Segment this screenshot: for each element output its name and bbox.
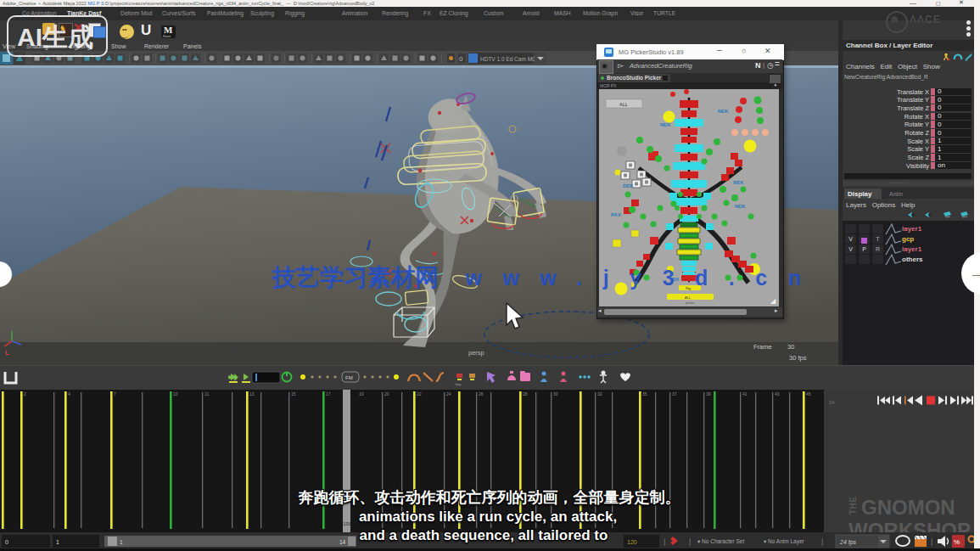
svg-text:FM: FM: [345, 375, 353, 380]
svg-text:7: 7: [114, 391, 116, 396]
svg-text:DEK: DEK: [623, 183, 634, 188]
svg-text:persp: persp: [468, 349, 484, 357]
svg-text:39: 39: [706, 391, 711, 396]
svg-text:24: 24: [446, 391, 451, 396]
svg-text:15: 15: [291, 391, 296, 396]
svg-text:17: 17: [326, 391, 331, 396]
svg-text:4: 4: [68, 391, 70, 396]
svg-text:0: 0: [459, 55, 463, 63]
svg-text:30: 30: [553, 391, 558, 396]
svg-text:19: 19: [359, 391, 364, 396]
svg-text:NEK: NEK: [718, 109, 729, 114]
svg-text:20: 20: [384, 391, 389, 396]
svg-text:37: 37: [672, 391, 677, 396]
svg-text:10: 10: [173, 391, 178, 396]
svg-text:30: 30: [787, 343, 794, 351]
svg-text:ALL: ALL: [619, 102, 628, 107]
svg-text:NEK: NEK: [735, 204, 746, 209]
svg-text:35: 35: [642, 391, 647, 396]
svg-text:ALL: ALL: [685, 295, 692, 300]
svg-text:PAX: PAX: [611, 212, 621, 217]
svg-text:45: 45: [806, 391, 811, 396]
svg-text:26: 26: [479, 391, 484, 396]
svg-text:32: 32: [597, 391, 602, 396]
svg-text:28: 28: [523, 391, 528, 396]
svg-text:key: key: [456, 382, 461, 386]
svg-text:NEK: NEK: [733, 180, 744, 185]
svg-text:HDTV 1.0 Ed Cam MCsf: HDTV 1.0 Ed Cam MCsf: [480, 56, 540, 62]
svg-text:Frame: Frame: [753, 343, 772, 351]
svg-text:22: 22: [417, 391, 422, 396]
svg-text:NEK: NEK: [660, 122, 671, 127]
svg-text:41: 41: [742, 391, 748, 396]
svg-text:11: 11: [204, 391, 209, 396]
svg-text:13: 13: [249, 391, 255, 396]
svg-text:2: 2: [24, 391, 26, 396]
svg-text:43: 43: [775, 391, 780, 396]
svg-text:picker: picker: [686, 301, 695, 305]
svg-text:24: 24: [829, 400, 835, 405]
svg-text:L: L: [5, 349, 9, 357]
svg-text:30 fps: 30 fps: [789, 354, 807, 362]
